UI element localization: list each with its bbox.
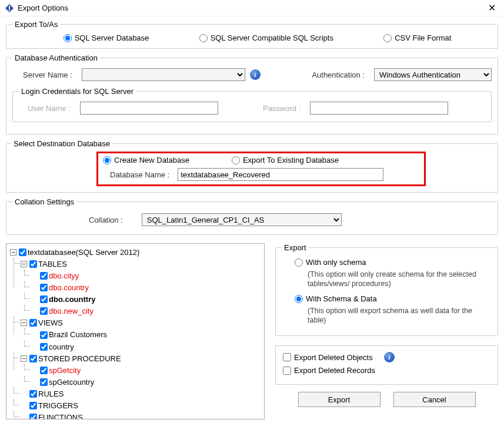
collation-label: Collation : (89, 216, 123, 224)
tree-tables[interactable]: −TABLES dbo.cityy dbo.country dbo.countt… (21, 258, 262, 317)
export-legend: Export (282, 243, 309, 252)
destination-db-fieldset: Select Destination Database Create New D… (6, 139, 498, 193)
export-fieldset: Export With only schema (This option wil… (275, 243, 498, 336)
export-to-csv[interactable]: CSV File Format (383, 33, 451, 42)
export-deleted-objects-checkbox[interactable]: Export Deleted Objects (283, 353, 373, 362)
db-auth-fieldset: Database Authentication Server Name : i … (6, 53, 498, 135)
schema-only-radio[interactable]: With only schema (295, 258, 366, 267)
info-icon[interactable]: i (250, 69, 261, 80)
server-name-label: Server Name : (23, 70, 72, 79)
login-credentials-legend: Login Credentials for SQL Server (19, 87, 136, 96)
export-to-sql-scripts[interactable]: SQL Server Compatible SQL Scripts (199, 33, 333, 42)
login-credentials-fieldset: Login Credentials for SQL Server User Na… (12, 87, 492, 122)
export-to-legend: Export To/As (12, 20, 60, 29)
schema-data-radio[interactable]: With Schema & Data (295, 294, 377, 303)
dbname-input[interactable] (178, 168, 383, 181)
close-icon[interactable]: ✕ (485, 2, 499, 14)
tree-functions[interactable]: FUNCTIONS (21, 411, 262, 419)
db-auth-legend: Database Authentication (12, 53, 100, 62)
tree-item-dbo-cityy[interactable]: dbo.cityy (31, 270, 262, 281)
tree-item-brazil-customers[interactable]: Brazil Customers (31, 328, 262, 340)
schema-only-desc: (This option will only create schema for… (295, 270, 477, 289)
create-new-db-radio[interactable]: Create New Database (103, 156, 189, 164)
password-input (310, 102, 448, 115)
deleted-panel: Export Deleted Objects i Export Deleted … (275, 345, 498, 385)
tree-item-country-view[interactable]: country (31, 341, 262, 352)
username-input (80, 102, 218, 115)
tree-item-spgetcity[interactable]: spGetcity (31, 364, 262, 376)
svg-rect-1 (9, 6, 10, 9)
collation-fieldset: Collation Settings Collation : SQL_Latin… (6, 197, 498, 235)
tree-rules[interactable]: RULES (21, 388, 262, 399)
object-tree-panel[interactable]: −textdatabasee(SQL Server 2012) −TABLES … (6, 243, 265, 419)
tree-triggers[interactable]: TRIGGERS (21, 399, 262, 411)
password-label: Password : (263, 104, 301, 113)
export-existing-radio[interactable]: Export To Existing Database (232, 156, 339, 164)
schema-data-desc: (This option will export schema as well … (295, 306, 477, 325)
tree-item-dbo-counttry[interactable]: dbo.counttry (31, 293, 262, 305)
authentication-label: Authentication : (312, 70, 365, 79)
destination-db-legend: Select Destination Database (11, 139, 112, 148)
tree-item-spgetcountry[interactable]: spGetcountry (31, 376, 262, 388)
export-deleted-records-checkbox[interactable]: Export Deleted Records (283, 366, 375, 375)
tree-item-dbo-country[interactable]: dbo.country (31, 281, 262, 293)
window-title: Export Options (18, 4, 485, 12)
collapse-icon[interactable]: − (21, 320, 27, 326)
export-to-fieldset: Export To/As SQL Server Database SQL Ser… (6, 20, 498, 49)
username-label: User Name : (28, 104, 71, 113)
app-icon (5, 4, 14, 13)
tree-root[interactable]: −textdatabasee(SQL Server 2012) −TABLES … (10, 246, 262, 419)
export-button[interactable]: Export (298, 392, 380, 407)
dbname-label: Database Name : (110, 170, 169, 179)
server-name-select[interactable] (82, 68, 245, 81)
tree-stored-procedure[interactable]: −STORED PROCEDURE spGetcity spGetcountry (21, 352, 262, 388)
collation-legend: Collation Settings (12, 197, 76, 206)
collapse-icon[interactable]: − (21, 355, 27, 362)
collation-select[interactable]: SQL_Latin1_General_CP1_CI_AS (142, 213, 342, 226)
cancel-button[interactable]: Cancel (393, 392, 476, 407)
tree-views[interactable]: −VIEWS Brazil Customers country (21, 317, 262, 352)
tree-item-dbo-new-city[interactable]: dbo.new_city (31, 305, 262, 317)
export-to-sql-db[interactable]: SQL Server Database (64, 33, 149, 42)
collapse-icon[interactable]: − (21, 261, 27, 267)
collapse-icon[interactable]: − (10, 249, 16, 256)
info-icon[interactable]: i (384, 352, 395, 362)
authentication-select[interactable]: Windows Authentication (374, 68, 492, 81)
svg-rect-2 (9, 10, 10, 11)
destination-highlight: Create New Database Export To Existing D… (96, 152, 426, 186)
